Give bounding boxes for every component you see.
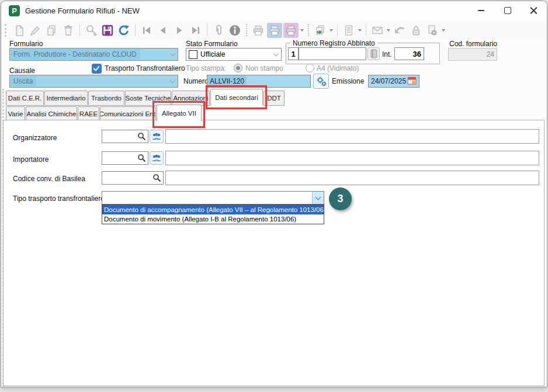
print-preview-button[interactable] xyxy=(267,23,282,38)
emissione-label: Emissione xyxy=(332,77,364,85)
search-add-button[interactable] xyxy=(84,23,99,38)
organizzatore-code-input[interactable] xyxy=(102,130,148,143)
next-record-button[interactable] xyxy=(172,23,187,38)
close-button[interactable] xyxy=(521,1,547,20)
tab-soste-tecniche[interactable]: Soste Tecniche xyxy=(125,91,171,106)
tab-trasbordo[interactable]: Trasbordo xyxy=(88,91,124,106)
numero-field[interactable]: ALLVII-120 xyxy=(207,75,311,88)
delete-record-button[interactable] xyxy=(61,23,76,38)
stato-formulario-combobox[interactable]: Ufficiale xyxy=(186,48,282,61)
tab-ddt[interactable]: DDT xyxy=(263,91,285,106)
info-icon xyxy=(228,24,241,37)
tab-intermediario[interactable]: Intermediario xyxy=(44,91,88,106)
formulario-combobox[interactable]: Form. Produttore - Destinatario CLOUD xyxy=(9,48,178,61)
registro-number-field[interactable] xyxy=(299,47,366,60)
last-record-button[interactable] xyxy=(188,23,203,38)
search-icon xyxy=(137,154,146,162)
report-icon xyxy=(342,24,355,37)
minimize-button[interactable] xyxy=(468,1,494,20)
window-controls xyxy=(468,1,547,20)
a4-vidimato-radio[interactable] xyxy=(306,64,314,72)
print-options-button[interactable] xyxy=(283,23,299,38)
organizzatore-anagrafica-button[interactable] xyxy=(150,130,164,143)
numero-registro-group-label: Numero Registro Abbinato xyxy=(290,39,377,47)
first-record-button[interactable] xyxy=(139,23,154,38)
save-button[interactable] xyxy=(100,23,115,38)
report-dropdown-arrow[interactable] xyxy=(357,23,363,38)
refresh-icon xyxy=(117,24,130,37)
toolbar-grip[interactable] xyxy=(5,24,9,37)
previous-record-button[interactable] xyxy=(155,23,171,38)
export-document-dropdown-arrow[interactable] xyxy=(328,23,334,38)
revert-arrow-icon xyxy=(393,24,406,37)
calendar-icon[interactable] xyxy=(407,76,417,87)
codice-basilea-description-field[interactable] xyxy=(165,171,539,185)
importatore-anagrafica-button[interactable] xyxy=(150,151,164,165)
primary-tab-bar: Dati C.E.R. Intermediario Trasbordo Sost… xyxy=(6,89,285,106)
tab-label: Dati secondari xyxy=(215,94,258,101)
tab-dati-cer[interactable]: Dati C.E.R. xyxy=(6,91,44,106)
tab-annotazioni[interactable]: Annotazioni xyxy=(172,91,210,106)
dropdown-option-movimento[interactable]: Documento di movimento (Allegato I-B al … xyxy=(102,214,324,224)
tipo-stampa-label: Tipo stampa: xyxy=(186,64,226,72)
print-button[interactable] xyxy=(251,23,266,38)
search-plus-icon xyxy=(85,24,98,37)
book-icon xyxy=(370,49,378,58)
trasporto-transfrontaliero-checkbox[interactable] xyxy=(92,64,102,74)
int-number-field[interactable]: 36 xyxy=(394,47,424,60)
people-icon xyxy=(151,133,162,141)
causale-combobox[interactable]: Uscita xyxy=(9,75,178,88)
info-button[interactable] xyxy=(227,23,242,38)
printer-icon xyxy=(252,24,265,37)
codice-basilea-label: Codice conv. di Basilea xyxy=(13,175,85,183)
copy-icon xyxy=(46,24,58,37)
registro-lookup-button[interactable] xyxy=(367,47,380,60)
stato-formulario-value: Ufficiale xyxy=(197,50,225,58)
formulario-label: Formulario xyxy=(9,40,43,48)
title-bar: P Gestione Formulario Rifiuti - NEW xyxy=(1,1,547,20)
numero-value: ALLVII-120 xyxy=(207,75,247,87)
cod-formulario-field: 24 xyxy=(448,48,497,61)
edit-record-button[interactable] xyxy=(28,23,43,38)
maximize-button[interactable] xyxy=(494,1,521,20)
printer-preview-icon xyxy=(268,24,281,37)
attachments-button[interactable] xyxy=(211,23,226,38)
chevron-down-icon[interactable] xyxy=(271,48,281,60)
formulario-value: Form. Produttore - Destinatario CLOUD xyxy=(11,49,140,60)
settings-button[interactable] xyxy=(425,23,440,38)
importatore-description-field[interactable] xyxy=(165,151,539,165)
dropdown-option-accompagnamento[interactable]: Documento di accompagnamento (Allegato V… xyxy=(102,205,324,214)
pencil-icon xyxy=(29,24,42,37)
paperclip-icon xyxy=(212,24,225,37)
export-document-button[interactable] xyxy=(313,23,328,38)
print-options-dropdown-arrow[interactable] xyxy=(299,23,305,38)
chevron-down-icon[interactable] xyxy=(312,192,324,204)
emissione-date-field[interactable]: 24/07/2025 xyxy=(368,75,419,88)
codice-basilea-code-input[interactable] xyxy=(102,171,164,185)
revert-button[interactable] xyxy=(392,23,407,38)
settings-dropdown-arrow[interactable] xyxy=(441,23,446,38)
importatore-code-input[interactable] xyxy=(102,151,148,165)
numero-label: Numero xyxy=(183,77,209,85)
tab-dati-secondari[interactable]: Dati secondari xyxy=(210,89,263,106)
lock-button[interactable] xyxy=(408,23,424,38)
tab-label: RAEE xyxy=(79,110,98,117)
importatore-label: Importatore xyxy=(13,155,48,164)
tab-label: Annotazioni xyxy=(173,95,208,102)
registro-prefix-field[interactable]: 1 xyxy=(288,47,299,60)
report-button[interactable] xyxy=(341,23,356,38)
numero-settings-button[interactable] xyxy=(313,74,329,89)
tipo-trasporto-combobox[interactable] xyxy=(102,191,324,204)
printer-options-icon xyxy=(285,24,297,37)
chevron-down-icon[interactable] xyxy=(168,48,178,60)
copy-record-button[interactable] xyxy=(44,23,60,38)
previous-record-icon xyxy=(157,24,169,37)
send-email-button[interactable] xyxy=(370,23,385,38)
non-stampo-radio[interactable] xyxy=(234,64,242,72)
organizzatore-description-field[interactable] xyxy=(165,129,539,144)
new-record-button[interactable] xyxy=(12,23,27,38)
chevron-down-icon[interactable] xyxy=(168,75,178,87)
tab-allegato-vii[interactable]: Allegato VII xyxy=(157,105,202,122)
refresh-button[interactable] xyxy=(116,23,131,38)
send-email-dropdown-arrow[interactable] xyxy=(386,23,391,38)
